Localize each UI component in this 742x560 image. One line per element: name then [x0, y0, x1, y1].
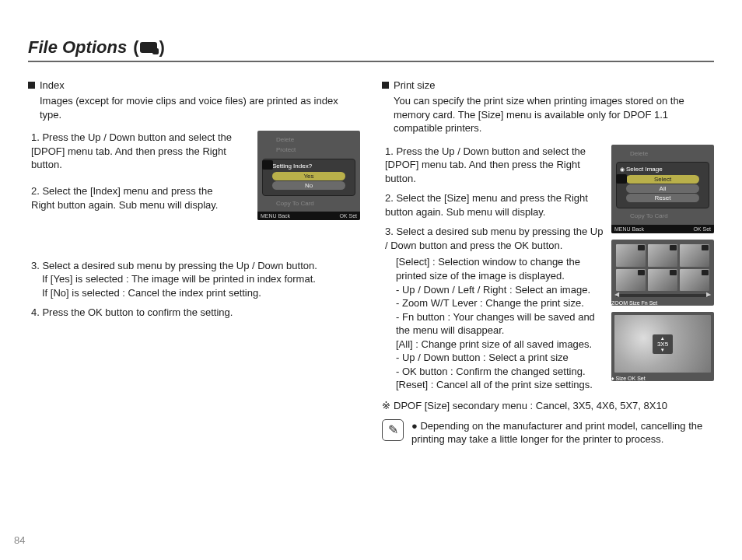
dialog-panel: Select Image Select All Reset — [616, 162, 709, 208]
right-step-3: 3. Select a desired sub menu by pressing… — [382, 225, 604, 252]
thumbnail[interactable] — [616, 269, 646, 292]
bar-back: MENU Back — [261, 213, 290, 219]
bar-set: OK Set — [693, 226, 711, 232]
all-sub-0: - Up / Down button : Select a print size — [396, 351, 604, 365]
section-title-printsize: Print size — [394, 79, 435, 91]
left-step-1: 1. Press the Up / Down button and select… — [28, 131, 250, 172]
menu-item: Delete — [276, 135, 355, 145]
thumbnail[interactable] — [616, 244, 646, 267]
select-sub-1: - Zoom W/T Lever : Change the print size… — [396, 296, 604, 310]
section-desc-index: Images (except for movie clips and voice… — [40, 94, 360, 121]
all-lead: [All] : Change print size of all saved i… — [396, 338, 604, 352]
menu-item: Copy To Card — [630, 212, 709, 222]
note-text: Depending on the manufacturer and print … — [411, 420, 702, 446]
reset-line: [Reset] : Cancel all of the print size s… — [396, 378, 604, 392]
note-pencil-icon: ✎ — [382, 419, 404, 441]
all-sub-1: - OK button : Confirm the changed settin… — [396, 365, 604, 379]
thumbnail[interactable] — [648, 244, 677, 267]
thumbnail[interactable] — [680, 269, 709, 292]
right-step-1: 1. Press the Up / Down button and select… — [382, 145, 604, 186]
reference-mark-icon: ※ — [382, 400, 390, 411]
menu-item: Copy To Card — [276, 199, 355, 209]
select-lead: [Select] : Selection window to change th… — [396, 255, 604, 282]
thumbnail[interactable] — [680, 244, 709, 267]
bar-size: ZOOM Size — [611, 300, 640, 306]
camera-mode-icon — [616, 174, 627, 184]
screenshot-size-menu: Delete Select Image Select All Reset Cop… — [611, 145, 714, 234]
dialog-title: Setting Index? — [266, 163, 352, 170]
secondary-menu-line: DPOF [Size] secondary menu : Cancel, 3X5… — [394, 400, 667, 411]
bar-set: Fn Set — [642, 300, 658, 306]
screenshot-select-grid: ZOOM Size Fn Set — [611, 240, 714, 306]
bar-back: MENU Back — [614, 226, 644, 232]
dialog-title: Select Image — [620, 166, 705, 173]
left-column: Index Images (except for movie clips and… — [28, 79, 360, 446]
select-sub-2: - Fn button : Your changes will be saved… — [396, 310, 604, 338]
page-title: File Options — [28, 37, 127, 58]
section-title-index: Index — [40, 79, 65, 91]
bullet-dot: ● — [411, 420, 420, 432]
left-step-3: 3. Select a desired sub menu by pressing… — [28, 259, 360, 273]
screenshot-all-size: 3X5 ♦ Size OK Set — [611, 312, 714, 381]
preview-photo: 3X5 — [614, 315, 711, 373]
left-step-3-no: If [No] is selected : Cancel the index p… — [42, 286, 360, 300]
left-step-2: 2. Select the [Index] menu and press the… — [28, 184, 238, 212]
option-all[interactable]: All — [626, 184, 699, 193]
paren-close: ) — [159, 37, 164, 58]
file-options-icon — [140, 42, 157, 53]
size-value: 3X5 — [657, 341, 668, 348]
option-reset[interactable]: Reset — [626, 194, 699, 202]
right-column: Print size You can specify the print siz… — [382, 79, 714, 446]
section-desc-printsize: You can specify the print size when prin… — [394, 94, 714, 135]
size-overlay[interactable]: 3X5 — [653, 334, 673, 354]
option-select[interactable]: Select — [626, 175, 699, 184]
scroll-slider[interactable] — [616, 294, 709, 297]
option-yes[interactable]: Yes — [272, 172, 345, 180]
bar-size: ♦ Size — [611, 376, 626, 381]
dialog-panel: Setting Index? Yes No — [262, 159, 355, 196]
left-step-4: 4. Press the OK button to confirm the se… — [28, 306, 360, 320]
page-title-row: File Options ( ) — [28, 37, 714, 62]
left-step-3-yes: If [Yes] is selected : The image will be… — [42, 272, 360, 286]
bar-set: OK Set — [628, 376, 646, 381]
bullet-icon — [382, 82, 389, 89]
screenshot-index-menu: Delete Protect Setting Index? Yes No Cop… — [257, 131, 360, 220]
thumbnail[interactable] — [648, 269, 677, 292]
page-number: 84 — [14, 534, 25, 546]
menu-item: Delete — [630, 149, 709, 159]
option-no[interactable]: No — [272, 181, 345, 190]
bar-set: OK Set — [339, 213, 357, 219]
paren-open: ( — [133, 37, 138, 58]
bullet-icon — [28, 82, 35, 89]
camera-mode-icon — [262, 160, 273, 170]
select-sub-0: - Up / Down / Left / Right : Select an i… — [396, 283, 604, 297]
right-step-2: 2. Select the [Size] menu and press the … — [382, 191, 604, 219]
menu-item: Protect — [276, 145, 355, 156]
